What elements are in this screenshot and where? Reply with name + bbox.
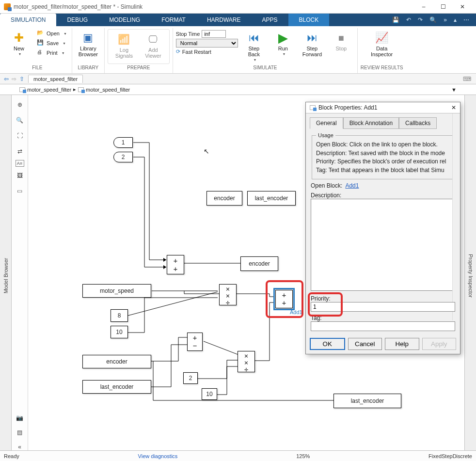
redo-icon[interactable]: ↷: [416, 16, 425, 24]
priority-input[interactable]: [311, 302, 455, 312]
print-icon: 🖨: [37, 49, 45, 57]
from-motor-speed[interactable]: motor_speed: [82, 284, 151, 298]
new-button[interactable]: ✚ New ▼: [6, 29, 32, 58]
fast-restart-button[interactable]: ⟳ Fast Restart: [176, 48, 238, 55]
titlebar: motor_speed_filter/motor_speed_filter * …: [0, 0, 476, 14]
annotation-icon[interactable]: A≡: [16, 160, 24, 167]
nav-tabs: ⇦ ⇨ ⇧ motor_speed_filter ⌨: [0, 74, 476, 84]
cursor-icon: ↖: [204, 147, 209, 155]
step-back-button[interactable]: ⏮ Step Back▼: [241, 29, 267, 64]
tab-hardware[interactable]: HARDWARE: [196, 14, 252, 26]
open-block-link[interactable]: Add1: [345, 182, 359, 189]
add-block[interactable]: ++: [167, 255, 184, 274]
data-inspector-button[interactable]: 📈 Data Inspector: [369, 29, 395, 59]
tab-modeling[interactable]: MODELING: [98, 14, 151, 26]
nav-forward-icon[interactable]: ⇨: [12, 76, 16, 82]
dialog-tab-annotation[interactable]: Block Annotation: [343, 117, 399, 129]
apply-button[interactable]: Apply: [422, 338, 457, 350]
fit-to-view-icon[interactable]: ⊕: [13, 98, 27, 111]
dialog-tab-callbacks[interactable]: Callbacks: [399, 117, 437, 129]
undo-icon[interactable]: ↶: [404, 16, 413, 24]
close-button[interactable]: ✕: [453, 1, 472, 13]
dialog-tab-general[interactable]: General: [310, 117, 343, 129]
minimize-button[interactable]: –: [414, 1, 433, 13]
goto-encoder[interactable]: encoder: [206, 191, 242, 206]
save-icon[interactable]: 💾: [390, 16, 401, 24]
run-icon: ▶: [276, 31, 290, 45]
inport-2[interactable]: 2: [113, 152, 133, 162]
const-2[interactable]: 2: [183, 372, 198, 384]
subtract-block[interactable]: +−: [187, 333, 203, 351]
new-icon: ✚: [12, 31, 26, 45]
datastore-encoder[interactable]: encoder: [240, 256, 278, 271]
dialog-close-icon[interactable]: ✕: [451, 104, 456, 111]
image-icon[interactable]: 🖼: [13, 169, 27, 182]
const-10a[interactable]: 10: [111, 326, 128, 338]
toggle-sample-time-icon[interactable]: ⇄: [13, 144, 27, 158]
product-block[interactable]: ××÷: [219, 284, 237, 305]
tag-label: Tag:: [311, 315, 322, 321]
more-icon[interactable]: »: [442, 16, 449, 24]
library-browser-button[interactable]: ▣ Library Browser: [75, 29, 101, 59]
breadcrumb-dropdown-icon[interactable]: ▼: [451, 87, 457, 93]
data-inspector-icon: 📈: [375, 31, 389, 45]
step-forward-button[interactable]: ⏭ Step Forward: [299, 29, 325, 59]
const-8[interactable]: 8: [111, 309, 128, 322]
collapse-ribbon-icon[interactable]: ▴: [452, 16, 459, 24]
stoptime-input[interactable]: [202, 30, 226, 38]
tab-simulation[interactable]: SIMULATION: [0, 14, 56, 26]
datastore-last-encoder[interactable]: last_encoder: [333, 394, 401, 408]
from-encoder[interactable]: encoder: [82, 355, 151, 368]
cancel-button[interactable]: Cancel: [348, 338, 382, 350]
review-group-label: REVIEW RESULTS: [361, 64, 403, 72]
goto-last-encoder[interactable]: last_encoder: [247, 191, 296, 206]
tab-format[interactable]: FORMAT: [151, 14, 196, 26]
inport-1[interactable]: 1: [113, 137, 133, 148]
menu-icon[interactable]: ⋯: [461, 16, 471, 24]
const-10b[interactable]: 10: [202, 388, 217, 400]
maximize-button[interactable]: ☐: [433, 1, 453, 13]
ok-button[interactable]: OK: [310, 338, 345, 350]
product2-block[interactable]: ××÷: [238, 351, 255, 372]
file-group-label: FILE: [32, 64, 42, 72]
open-button[interactable]: 📂 Open▼: [35, 29, 69, 38]
keyboard-icon[interactable]: ⌨: [458, 76, 476, 82]
nav-up-icon[interactable]: ⇧: [19, 76, 24, 82]
breadcrumb-sub[interactable]: motor_speed_filter: [86, 87, 130, 93]
usage-line-2: Description: Text saved with the block i…: [316, 150, 450, 158]
search-icon[interactable]: 🔍: [428, 16, 439, 24]
tab-apps[interactable]: APPS: [252, 14, 288, 26]
record-icon[interactable]: ▤: [13, 426, 27, 439]
run-button[interactable]: ▶ Run▼: [270, 29, 296, 58]
add-viewer-button[interactable]: 🖵 Add Viewer: [140, 31, 166, 61]
statusbar: Ready View diagnostics 125% FixedStepDis…: [0, 450, 476, 461]
nav-back-icon[interactable]: ⇦: [4, 76, 9, 82]
tab-debug[interactable]: DEBUG: [56, 14, 98, 26]
print-button[interactable]: 🖨 Print▼: [35, 48, 69, 57]
screenshot-icon[interactable]: 📷: [13, 411, 27, 425]
view-diagnostics-link[interactable]: View diagnostics: [138, 453, 178, 459]
dialog-scrollbar[interactable]: [452, 113, 460, 320]
sim-mode-select[interactable]: Normal: [176, 39, 238, 48]
save-button[interactable]: 💾 Save▼: [35, 39, 69, 48]
property-inspector-panel-tab[interactable]: Property Inspector: [464, 95, 476, 457]
description-textarea[interactable]: [311, 199, 455, 291]
log-signals-button[interactable]: 📶 Log Signals: [111, 31, 137, 61]
zoom-icon[interactable]: 🔍: [13, 113, 27, 127]
model-tab[interactable]: motor_speed_filter: [28, 75, 83, 83]
subsystem-icon: [78, 87, 84, 92]
solver-label[interactable]: FixedStepDiscrete: [428, 453, 472, 459]
breadcrumb-root[interactable]: motor_speed_filter: [27, 87, 71, 93]
model-browser-panel-tab[interactable]: Model Browser: [0, 95, 12, 457]
help-button[interactable]: Help: [385, 338, 419, 350]
zoom-level[interactable]: 125%: [296, 453, 310, 459]
fit-icon[interactable]: ⛶: [13, 129, 27, 143]
add1-block[interactable]: ++: [275, 290, 293, 308]
tag-input[interactable]: [311, 321, 455, 331]
stop-button[interactable]: ■ Stop: [328, 29, 354, 53]
dialog-title: Block Properties: Add1: [318, 104, 377, 111]
step-forward-icon: ⏭: [305, 31, 319, 45]
area-icon[interactable]: ▭: [13, 184, 27, 198]
from-last-encoder[interactable]: last_encoder: [82, 380, 151, 394]
tab-block[interactable]: BLOCK: [288, 14, 330, 26]
